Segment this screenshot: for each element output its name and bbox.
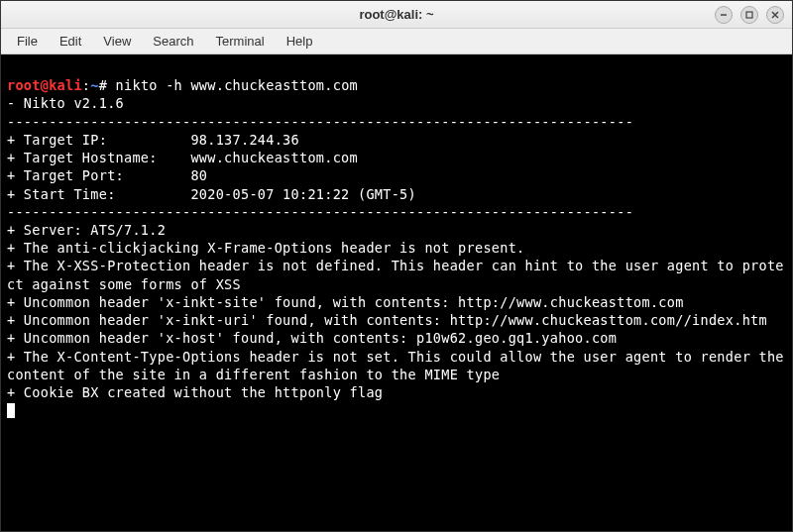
output-line: + Target Hostname: www.chuckeasttom.com bbox=[7, 150, 358, 165]
prompt-path: ~ bbox=[90, 77, 98, 93]
menu-help[interactable]: Help bbox=[277, 31, 323, 52]
output-line: ----------------------------------------… bbox=[7, 114, 633, 130]
output-line: + Server: ATS/7.1.2 bbox=[7, 222, 166, 238]
output-line: + Uncommon header 'x-host' found, with c… bbox=[7, 330, 617, 346]
window-title: root@kali: ~ bbox=[359, 7, 433, 22]
output-line: + Start Time: 2020-05-07 10:21:22 (GMT-5… bbox=[7, 186, 416, 202]
prompt-symbol: # bbox=[99, 77, 116, 93]
menu-file[interactable]: File bbox=[7, 31, 48, 52]
output-line: + The anti-clickjacking X-Frame-Options … bbox=[7, 240, 525, 256]
cursor bbox=[7, 403, 15, 418]
svg-rect-1 bbox=[746, 12, 752, 18]
terminal-area[interactable]: root@kali:~# nikto -h www.chuckeasttom.c… bbox=[1, 54, 792, 531]
output-line: + The X-Content-Type-Options header is n… bbox=[7, 349, 792, 382]
menu-terminal[interactable]: Terminal bbox=[206, 31, 275, 52]
menu-edit[interactable]: Edit bbox=[50, 31, 91, 52]
output-line: + Uncommon header 'x-inkt-site' found, w… bbox=[7, 294, 684, 310]
menu-view[interactable]: View bbox=[93, 31, 141, 52]
output-line: + Target IP: 98.137.244.36 bbox=[7, 132, 299, 148]
output-line: - Nikto v2.1.6 bbox=[7, 95, 124, 111]
window-controls bbox=[715, 6, 784, 24]
menubar: File Edit View Search Terminal Help bbox=[1, 29, 792, 54]
output-line: + The X-XSS-Protection header is not def… bbox=[7, 258, 784, 291]
prompt-userhost: root@kali bbox=[7, 77, 82, 93]
minimize-button[interactable] bbox=[715, 6, 733, 24]
output-line: + Uncommon header 'x-inkt-uri' found, wi… bbox=[7, 312, 767, 328]
output-line: + Cookie BX created without the httponly… bbox=[7, 384, 383, 400]
maximize-button[interactable] bbox=[740, 6, 758, 24]
titlebar: root@kali: ~ bbox=[1, 1, 792, 29]
close-button[interactable] bbox=[766, 6, 784, 24]
menu-search[interactable]: Search bbox=[143, 31, 203, 52]
command-text: nikto -h www.chuckeasttom.com bbox=[116, 77, 358, 93]
output-line: + Target Port: 80 bbox=[7, 167, 207, 183]
output-line: ----------------------------------------… bbox=[7, 204, 633, 220]
